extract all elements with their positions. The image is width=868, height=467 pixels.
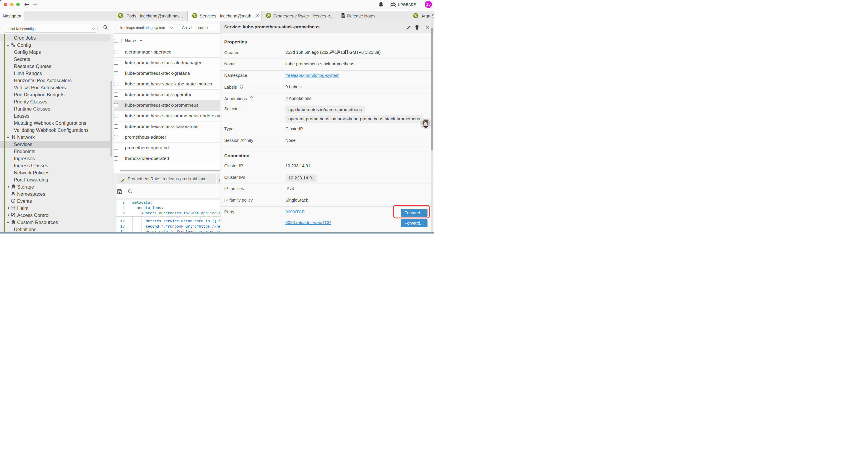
svg-text:HELM: HELM	[11, 207, 15, 209]
